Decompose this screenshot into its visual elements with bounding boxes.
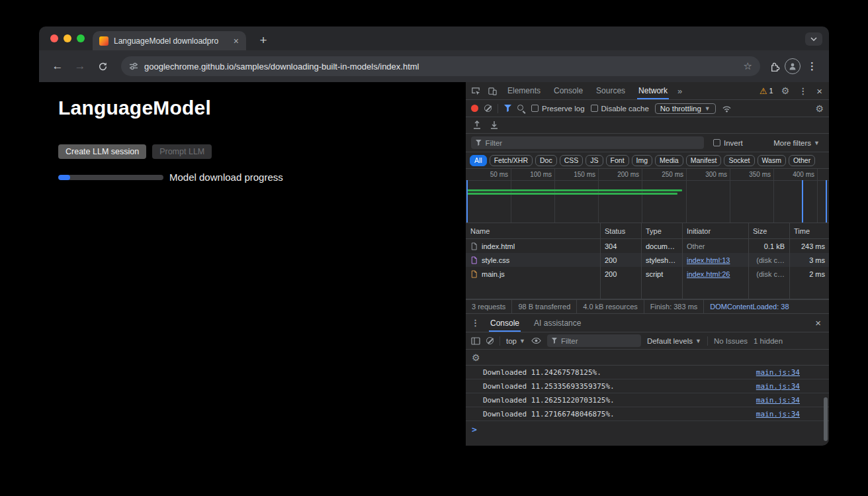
disable-cache-label: Disable cache (601, 105, 649, 113)
chevron-down-icon: ▼ (814, 140, 820, 146)
chip-all[interactable]: All (470, 155, 487, 166)
disable-cache-checkbox[interactable]: Disable cache (591, 105, 649, 113)
chip-img[interactable]: Img (632, 155, 653, 166)
clear-network-log-icon[interactable] (484, 105, 492, 112)
column-header-initiator[interactable]: Initiator (682, 227, 748, 235)
window-fullscreen-button[interactable] (77, 34, 85, 42)
profile-avatar[interactable] (785, 58, 801, 74)
issues-status[interactable]: No Issues (714, 337, 748, 345)
preserve-log-checkbox[interactable]: Preserve log (531, 105, 585, 113)
console-source-link[interactable]: main.js:34 (756, 410, 800, 419)
chip-media[interactable]: Media (655, 155, 683, 166)
network-overview-timeline[interactable]: 50 ms 100 ms 150 ms 200 ms 250 ms 300 ms… (466, 169, 829, 223)
timeline-gridline (773, 169, 774, 223)
device-toolbar-icon[interactable] (485, 86, 500, 96)
devtools-close-icon[interactable]: × (812, 85, 826, 97)
live-expression-eye-icon[interactable] (531, 337, 541, 344)
chip-other[interactable]: Other (789, 155, 815, 166)
drawer-tab-ai-assistance[interactable]: AI assistance (530, 314, 585, 332)
column-header-size[interactable]: Size (748, 227, 789, 235)
timeline-tick: 100 ms (512, 171, 552, 178)
network-filter-icon[interactable] (504, 105, 511, 112)
export-har-icon[interactable] (490, 121, 499, 130)
tab-network[interactable]: Network (632, 82, 673, 99)
window-close-button[interactable] (50, 34, 58, 42)
network-conditions-icon[interactable] (722, 104, 732, 113)
chip-doc[interactable]: Doc (535, 155, 557, 166)
tab-elements[interactable]: Elements (501, 82, 546, 99)
network-toolbar: Preserve log Disable cache No throttling… (466, 100, 829, 117)
column-separator[interactable] (682, 223, 683, 299)
site-settings-icon[interactable] (129, 62, 138, 71)
tab-sources[interactable]: Sources (590, 82, 631, 99)
clear-console-icon[interactable] (486, 337, 494, 344)
import-har-icon[interactable] (472, 121, 482, 130)
new-tab-button[interactable]: + (254, 31, 273, 50)
console-settings-icon[interactable]: ⚙ (472, 352, 480, 363)
create-llm-session-button[interactable]: Create LLM session (58, 144, 146, 159)
extensions-icon[interactable] (769, 61, 781, 72)
browser-tab[interactable]: LanguageModel downloadpro × (93, 31, 246, 50)
table-row-main-js[interactable]: main.js 200 script index.html:26 (disk c… (466, 267, 829, 281)
forward-button[interactable]: → (71, 57, 89, 75)
column-header-name[interactable]: Name (466, 227, 600, 235)
hidden-messages-count[interactable]: 1 hidden (754, 337, 783, 345)
chip-fetch-xhr[interactable]: Fetch/XHR (490, 155, 533, 166)
chip-font[interactable]: Font (606, 155, 629, 166)
log-levels-dropdown[interactable]: Default levels ▼ (647, 337, 701, 345)
network-settings-icon[interactable]: ⚙ (815, 103, 824, 114)
more-tabs-icon[interactable]: » (675, 86, 685, 96)
bookmark-star-icon[interactable]: ☆ (744, 60, 752, 72)
console-source-link[interactable]: main.js:34 (756, 396, 800, 405)
column-separator[interactable] (600, 223, 601, 299)
devtools-menu-icon[interactable]: ⋮ (795, 86, 811, 96)
address-bar[interactable]: googlechrome.github.io/samples/downloadi… (121, 56, 760, 76)
column-separator[interactable] (641, 223, 642, 299)
chip-manifest[interactable]: Manifest (686, 155, 722, 166)
reload-button[interactable] (93, 57, 112, 75)
throttling-dropdown[interactable]: No throttling ▼ (655, 103, 716, 114)
network-filter-input[interactable] (486, 139, 699, 147)
inspect-element-icon[interactable] (468, 86, 484, 96)
back-button[interactable]: ← (48, 57, 67, 75)
chip-js[interactable]: JS (586, 155, 603, 166)
column-separator[interactable] (789, 223, 790, 299)
table-row-index-html[interactable]: index.html 304 docum… Other 0.1 kB 243 m… (466, 239, 829, 253)
initiator-link[interactable]: index.html:13 (687, 256, 730, 264)
column-header-time[interactable]: Time (789, 227, 829, 235)
devtools-settings-icon[interactable]: ⚙ (777, 85, 794, 96)
console-source-link[interactable]: main.js:34 (756, 368, 800, 377)
drawer-close-icon[interactable]: × (812, 317, 824, 328)
console-prompt[interactable]: > (466, 421, 829, 437)
chip-socket[interactable]: Socket (724, 155, 754, 166)
initiator-link[interactable]: index.html:26 (687, 270, 730, 278)
window-minimize-button[interactable] (64, 34, 71, 42)
column-header-status[interactable]: Status (600, 227, 641, 235)
console-sidebar-icon[interactable] (471, 337, 480, 345)
record-network-log-icon[interactable] (471, 105, 478, 112)
chip-wasm[interactable]: Wasm (758, 155, 786, 166)
invert-checkbox[interactable]: Invert (713, 139, 743, 147)
table-row-style-css[interactable]: style.css 200 stylesh… index.html:13 (di… (466, 253, 829, 267)
console-scrollbar[interactable] (824, 397, 828, 441)
request-name: style.css (482, 256, 509, 264)
network-search-icon[interactable] (517, 105, 525, 113)
tab-close-icon[interactable]: × (232, 36, 241, 46)
issues-counter[interactable]: ⚠ 1 (757, 86, 776, 96)
tab-console[interactable]: Console (548, 82, 589, 99)
console-filter-input[interactable] (561, 337, 636, 345)
prompt-llm-button[interactable]: Prompt LLM (152, 144, 212, 159)
chip-css[interactable]: CSS (560, 155, 584, 166)
column-separator[interactable] (748, 223, 749, 299)
drawer-menu-icon[interactable]: ⋮ (471, 318, 480, 328)
console-messages: Downloaded 11.24267578125%. main.js:34 D… (466, 366, 829, 421)
column-header-type[interactable]: Type (641, 227, 682, 235)
console-source-link[interactable]: main.js:34 (756, 382, 800, 391)
console-message: Downloaded 11.24267578125%. main.js:34 (466, 366, 829, 379)
context-selector[interactable]: top ▼ (506, 337, 525, 345)
more-filters-dropdown[interactable]: More filters ▼ (773, 139, 820, 147)
browser-menu-icon[interactable]: ⋮ (804, 60, 820, 72)
drawer-tab-console[interactable]: Console (486, 314, 523, 332)
tab-search-button[interactable] (805, 32, 822, 46)
throttling-value: No throttling (660, 105, 701, 113)
